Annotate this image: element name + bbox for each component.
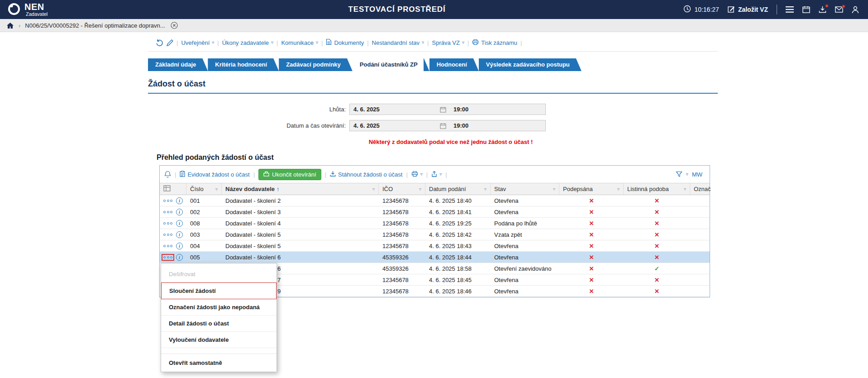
- ukoncit-oteviranni-button[interactable]: Ukončit otevírání: [258, 169, 321, 180]
- column-header-stav[interactable]: Stav▿: [491, 183, 559, 195]
- chevron-down-icon[interactable]: ▿: [686, 172, 688, 177]
- filter-caret-icon[interactable]: ▿: [681, 187, 686, 191]
- column-label: Datum podání: [429, 186, 466, 192]
- chevron-down-icon: ▿: [422, 40, 424, 45]
- cell-cislo: 001: [186, 195, 222, 206]
- menu-item-vylouceni-dodavatele[interactable]: Vyloučení dodavatele: [161, 332, 277, 348]
- stahnout-zadosti-link[interactable]: Stáhnout žádosti o účast: [330, 171, 402, 178]
- menu-item-otevrit-samostatne[interactable]: Otevřít samostatně: [161, 355, 277, 371]
- column-header-cislo[interactable]: Číslo▿: [186, 183, 222, 195]
- info-icon[interactable]: i: [176, 254, 183, 261]
- action-dokumenty[interactable]: Dokumenty: [326, 38, 364, 47]
- menu-item-detail-zadosti-o-ucast[interactable]: Detail žádosti o účast: [161, 316, 277, 332]
- menu-item-slouceni-zadosti[interactable]: Sloučení žádostí: [161, 282, 277, 299]
- print-menu-button[interactable]: ▿: [411, 171, 423, 178]
- cell-oznacena: [690, 274, 711, 285]
- filter-caret-icon[interactable]: ▿: [550, 187, 555, 191]
- tab-vysledek-zadavaciho-postupu[interactable]: Výsledek zadávacího postupu: [479, 58, 582, 71]
- x-icon: ✕: [589, 254, 594, 261]
- table-row[interactable]: i003Dodavatel - školení 5123456784. 6. 2…: [160, 229, 710, 240]
- action-ukony-zadavatele[interactable]: Úkony zadavatele▿: [222, 39, 273, 46]
- action-label: Úkony zadavatele: [222, 39, 269, 46]
- cell-podepsana: ✕: [559, 206, 624, 217]
- cell-listinna-podoba: ✕: [624, 240, 690, 251]
- table-row[interactable]: i002Dodavatel - školení 3123456784. 6. 2…: [160, 206, 710, 218]
- oteviranni-time-input[interactable]: 19:00: [448, 122, 545, 129]
- downloads-icon[interactable]: [819, 6, 826, 13]
- lhuta-date-input[interactable]: 4. 6. 2025: [350, 106, 438, 113]
- column-header-datum-podani[interactable]: Datum podání▿: [425, 183, 491, 195]
- menu-item-oznaceni-zadosti-jako-nepodana[interactable]: Označení žádosti jako nepodaná: [161, 299, 277, 316]
- tab-kriteria-hodnoceni[interactable]: Kritéria hodnocení: [208, 58, 279, 71]
- nen-logo[interactable]: NEN Zadavatel: [7, 2, 48, 17]
- info-icon[interactable]: i: [176, 231, 183, 238]
- undo-icon[interactable]: [156, 39, 163, 46]
- lhuta-time-input[interactable]: 19:00: [448, 106, 545, 113]
- mw-toggle[interactable]: MW: [692, 171, 702, 178]
- cell-datum-podani: 4. 6. 2025 18:45: [425, 274, 491, 285]
- column-label: Název dodavatele: [225, 186, 275, 192]
- row-menu-button[interactable]: [162, 232, 173, 237]
- action-komunikace[interactable]: Komunikace▿: [281, 39, 318, 46]
- edit-pencil-icon[interactable]: [167, 39, 173, 46]
- table-row[interactable]: i008Dodavatel - školení 4123456784. 6. 2…: [160, 218, 710, 229]
- action-tisk-zaznamu[interactable]: Tisk záznamu: [472, 39, 517, 47]
- user-icon[interactable]: [852, 6, 859, 14]
- info-icon[interactable]: i: [176, 209, 183, 215]
- filter-caret-icon[interactable]: ▿: [213, 187, 218, 191]
- cell-datum-podani: 4. 6. 2025 18:44: [425, 252, 491, 263]
- table-row[interactable]: i001Dodavatel - školení 2123456784. 6. 2…: [160, 195, 710, 206]
- x-icon: ✕: [654, 243, 659, 249]
- table-row[interactable]: i004Dodavatel - školení 5123456784. 6. 2…: [160, 240, 710, 252]
- column-header-ico[interactable]: IČO▿: [379, 183, 425, 195]
- tab-label: Kritéria hodnocení: [215, 61, 267, 68]
- breadcrumb-item[interactable]: N006/25/V00005292 - Řešení optimalizace …: [25, 22, 165, 29]
- cell-podepsana: ✕: [559, 240, 624, 251]
- tab-zakladni-udaje[interactable]: Základní údaje: [148, 58, 208, 71]
- export-menu-button[interactable]: ▿: [431, 171, 442, 178]
- oteviranni-field-group: 4. 6. 2025 19:00: [349, 120, 546, 131]
- home-icon[interactable]: [6, 22, 14, 29]
- menu-icon[interactable]: [786, 6, 794, 13]
- info-icon[interactable]: i: [176, 243, 183, 249]
- calendar-icon[interactable]: [438, 123, 448, 129]
- calendar-icon[interactable]: [802, 6, 810, 13]
- action-nestandardni-stav[interactable]: Nestandardní stav▿: [372, 39, 424, 46]
- row-menu-button[interactable]: [162, 255, 173, 260]
- evidovat-zadost-link[interactable]: Evidovat žádost o účast: [180, 171, 249, 178]
- notifications-bell-icon[interactable]: [164, 171, 171, 178]
- calendar-icon[interactable]: [438, 106, 448, 113]
- close-icon[interactable]: [171, 22, 178, 29]
- tab-label: Výsledek zadávacího postupu: [486, 61, 570, 68]
- filter-caret-icon[interactable]: ▿: [615, 187, 620, 191]
- cell-stav: Otevřena: [491, 252, 559, 263]
- filter-caret-icon[interactable]: ▿: [482, 187, 486, 191]
- row-menu-button[interactable]: [162, 198, 173, 203]
- column-header-nazev-dodavatele[interactable]: Název dodavatele↑▿: [222, 183, 379, 195]
- create-vz-button[interactable]: Založit VZ: [728, 5, 768, 14]
- row-menu-button[interactable]: [162, 210, 173, 215]
- session-clock: 10:16:27: [683, 5, 719, 14]
- evidovat-label: Evidovat žádost o účast: [187, 171, 249, 178]
- tab-podani-ucastniku-zp[interactable]: Podání účastníků ZP: [353, 58, 429, 71]
- column-header-listinna-podoba[interactable]: Listinná podoba▿: [624, 183, 690, 195]
- oteviranni-date-input[interactable]: 4. 6. 2025: [350, 122, 438, 129]
- table-row[interactable]: i005Dodavatel - školení 6453593264. 6. 2…: [160, 252, 710, 263]
- filter-icon[interactable]: [676, 171, 682, 177]
- cell-podepsana: ✕: [559, 252, 624, 263]
- select-column-header[interactable]: [160, 183, 186, 195]
- filter-caret-icon[interactable]: ▿: [416, 187, 421, 191]
- tab-hodnoceni[interactable]: Hodnocení: [429, 58, 479, 71]
- column-header-oznace[interactable]: Označe▿: [690, 183, 711, 195]
- messages-icon[interactable]: [835, 6, 843, 13]
- action-uverejneni[interactable]: Uveřejnění▿: [181, 39, 214, 46]
- filter-caret-icon[interactable]: ▿: [370, 187, 375, 191]
- x-icon: ✕: [654, 254, 659, 261]
- tab-zadavaci-podminky[interactable]: Zadávací podmínky: [279, 58, 353, 71]
- action-sprava-vz[interactable]: Správa VZ▿: [432, 39, 464, 46]
- info-icon[interactable]: i: [176, 220, 183, 227]
- row-menu-button[interactable]: [162, 244, 173, 249]
- row-menu-button[interactable]: [162, 221, 173, 226]
- info-icon[interactable]: i: [176, 197, 183, 204]
- column-header-podepsana[interactable]: Podepsána▿: [559, 183, 624, 195]
